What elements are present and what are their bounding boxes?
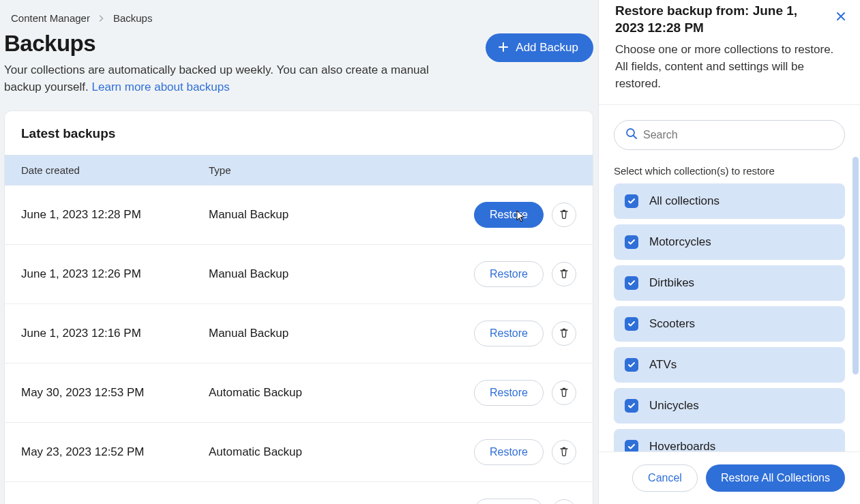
collection-item[interactable]: Unicycles [614, 388, 845, 424]
page-title: Backups [4, 31, 468, 57]
learn-more-link[interactable]: Learn more about backups [92, 80, 230, 93]
trash-icon [559, 327, 569, 340]
collections-section-label: Select which collection(s) to restore [599, 150, 860, 183]
checkbox-checked-icon[interactable] [625, 358, 638, 372]
delete-button[interactable] [552, 321, 576, 346]
checkbox-checked-icon[interactable] [625, 194, 638, 208]
delete-button[interactable] [552, 203, 576, 227]
search-icon [625, 128, 638, 143]
collection-label: Motorcycles [649, 235, 711, 249]
checkbox-checked-icon[interactable] [625, 440, 638, 451]
delete-button[interactable] [552, 440, 576, 464]
collection-item[interactable]: Motorcycles [614, 224, 845, 260]
collection-label: Hoverboards [649, 440, 715, 451]
scrollbar-thumb[interactable] [852, 157, 859, 374]
breadcrumb-current: Backups [113, 12, 153, 24]
restore-button[interactable]: Restore [474, 380, 544, 406]
collection-label: Unicycles [649, 399, 699, 413]
panel-title: Restore backup from: June 1, 2023 12:28 … [615, 3, 845, 36]
table-row: June 1, 2023 12:16 PMManual BackupRestor… [5, 304, 593, 364]
chevron-right-icon [98, 12, 105, 24]
cancel-button[interactable]: Cancel [632, 464, 698, 492]
collection-item[interactable]: ATVs [614, 347, 845, 383]
add-backup-label: Add Backup [516, 41, 578, 55]
row-type: Manual Backup [209, 208, 474, 222]
table-row: May 23, 2023 12:52 PMAutomatic BackupRes… [5, 423, 593, 482]
search-box[interactable] [614, 120, 845, 150]
row-type: Manual Backup [209, 327, 474, 340]
collections-list: All collectionsMotorcyclesDirtbikesScoot… [599, 183, 860, 451]
card-title: Latest backups [5, 111, 593, 155]
table-row: June 1, 2023 12:26 PMManual BackupRestor… [5, 245, 593, 304]
close-panel-button[interactable] [833, 7, 849, 28]
panel-description: Choose one or more collections to restor… [615, 42, 845, 92]
search-input[interactable] [643, 129, 833, 141]
table-row: May 30, 2023 12:53 PMAutomatic BackupRes… [5, 364, 593, 423]
breadcrumb: Content Manager Backups [4, 12, 593, 24]
collection-item[interactable]: Dirtbikes [614, 265, 845, 301]
restore-button[interactable]: Restore [474, 321, 544, 346]
page-description: Your collections are automatically backe… [4, 62, 468, 95]
trash-icon [559, 446, 569, 459]
collection-label: Scooters [649, 317, 695, 331]
add-backup-button[interactable]: Add Backup [486, 33, 593, 62]
table-header: Date created Type [5, 155, 593, 186]
col-header-type: Type [209, 164, 576, 176]
checkbox-checked-icon[interactable] [625, 317, 638, 331]
collection-item[interactable]: All collections [614, 183, 845, 219]
plus-icon [498, 42, 509, 55]
restore-all-button[interactable]: Restore All Collections [706, 464, 845, 492]
svg-point-0 [627, 129, 634, 136]
row-date: June 1, 2023 12:16 PM [21, 327, 209, 340]
delete-button[interactable] [552, 262, 576, 286]
row-date: June 1, 2023 12:26 PM [21, 267, 209, 281]
trash-icon [559, 209, 569, 222]
delete-button[interactable] [552, 499, 576, 504]
collection-label: ATVs [649, 358, 677, 372]
collection-item[interactable]: Hoverboards [614, 429, 845, 451]
close-icon [835, 10, 846, 25]
row-date: May 23, 2023 12:52 PM [21, 445, 209, 459]
row-date: June 1, 2023 12:28 PM [21, 208, 209, 222]
breadcrumb-parent[interactable]: Content Manager [11, 12, 90, 24]
collection-item[interactable]: Scooters [614, 306, 845, 342]
row-type: Manual Backup [209, 267, 474, 281]
table-row: June 1, 2023 12:28 PMManual BackupRestor… [5, 186, 593, 245]
restore-side-panel: Restore backup from: June 1, 2023 12:28 … [598, 0, 860, 504]
restore-button[interactable]: Restore [474, 202, 544, 228]
table-row: May 16, 2023 12:51 PMAutomatic BackupRes… [5, 482, 593, 504]
trash-icon [559, 387, 569, 400]
delete-button[interactable] [552, 381, 576, 405]
restore-button[interactable]: Restore [474, 261, 544, 287]
row-date: May 30, 2023 12:53 PM [21, 386, 209, 400]
collection-label: All collections [649, 194, 720, 208]
checkbox-checked-icon[interactable] [625, 276, 638, 290]
col-header-date: Date created [21, 164, 209, 176]
restore-button[interactable]: Restore [474, 499, 544, 504]
checkbox-checked-icon[interactable] [625, 399, 638, 413]
row-type: Automatic Backup [209, 445, 474, 459]
checkbox-checked-icon[interactable] [625, 235, 638, 249]
trash-icon [559, 268, 569, 281]
restore-button[interactable]: Restore [474, 439, 544, 465]
latest-backups-card: Latest backups Date created Type June 1,… [4, 110, 593, 504]
collection-label: Dirtbikes [649, 276, 694, 290]
row-type: Automatic Backup [209, 386, 474, 400]
